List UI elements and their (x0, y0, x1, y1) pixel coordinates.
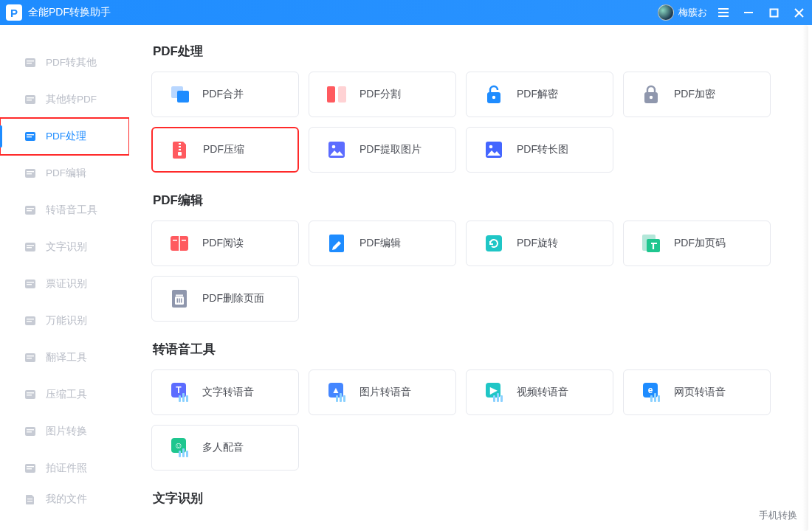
card-pdf-edit-c[interactable]: PDF编辑 (309, 221, 456, 266)
merge-icon (170, 85, 189, 104)
card-grid: PDF阅读PDF编辑PDF旋转PDF加页码PDF删除页面 (151, 221, 791, 322)
username-label[interactable]: 梅簇お (678, 6, 707, 19)
app-title: 全能PDF转换助手 (28, 6, 111, 19)
section-title: PDF编辑 (153, 192, 791, 209)
sidebar-item-other-to-pdf[interactable]: 其他转PDF (0, 81, 129, 118)
card-label: PDF加页码 (674, 237, 726, 250)
svg-rect-0 (770, 9, 777, 16)
card-grid: T文字转语音▲图片转语音▶视频转语音e网页转语音☺多人配音 (151, 369, 791, 471)
sidebar-item-ocr-text[interactable]: 文字识别 (0, 229, 129, 266)
svg-rect-57 (173, 240, 177, 241)
lock-icon (641, 85, 661, 104)
svg-rect-73 (186, 395, 188, 402)
sidebar-item-ocr-all[interactable]: 万能识别 (0, 302, 129, 339)
sidebar-item-compress[interactable]: 压缩工具 (0, 376, 129, 413)
svg-rect-49 (179, 149, 181, 150)
sidebar-item-pdf-to-other[interactable]: PDF转其他 (0, 44, 129, 81)
svg-point-54 (489, 145, 493, 149)
card-pdf-merge[interactable]: PDF合并 (151, 72, 299, 117)
sidebar-item-translate[interactable]: 翻译工具 (0, 339, 129, 376)
sidebar-icon-ocr-all (24, 315, 37, 327)
svg-rect-21 (27, 284, 32, 285)
svg-rect-67 (181, 299, 182, 303)
card-label: PDF转长图 (517, 143, 568, 156)
main-area: PDF处理PDF合并PDF分割PDF解密PDF加密PDF压缩PDF提取图片PDF… (129, 25, 812, 531)
svg-rect-12 (27, 173, 32, 174)
svg-point-44 (492, 96, 495, 99)
card-label: PDF提取图片 (359, 143, 422, 156)
svg-rect-8 (27, 134, 34, 135)
sidebar-item-pdf-process[interactable]: PDF处理 (0, 118, 129, 155)
sidebar-item-label: 万能识别 (46, 314, 87, 327)
sidebar-icon-pdf-edit (24, 167, 37, 179)
card-pdf-rotate[interactable]: PDF旋转 (466, 221, 613, 266)
sidebar-icon-img-convert (24, 426, 37, 437)
web-voice-icon: e (641, 383, 661, 402)
svg-rect-29 (27, 392, 34, 393)
read-icon (170, 234, 189, 253)
sidebar-icon-pdf-to-other (24, 57, 37, 69)
sidebar-icon-ocr-cert (24, 278, 37, 290)
rotate-icon (484, 234, 503, 253)
card-label: 网页转语音 (674, 386, 726, 399)
svg-rect-76 (336, 395, 338, 402)
svg-rect-20 (27, 282, 34, 282)
phone-convert-link[interactable]: 手机转换 (759, 509, 797, 522)
svg-rect-23 (27, 319, 34, 319)
svg-rect-56 (179, 236, 180, 251)
sidebar-item-my-files[interactable]: 我的文件 (0, 481, 129, 518)
minimize-icon[interactable] (743, 7, 754, 18)
card-img-voice[interactable]: ▲图片转语音 (309, 369, 456, 415)
svg-rect-86 (650, 395, 653, 402)
card-pdf-long-img[interactable]: PDF转长图 (466, 127, 613, 173)
card-label: 文字转语音 (202, 386, 254, 399)
card-pdf-extract-img[interactable]: PDF提取图片 (309, 127, 456, 173)
maximize-icon[interactable] (768, 7, 780, 18)
svg-rect-72 (182, 393, 185, 402)
card-label: PDF编辑 (359, 237, 401, 250)
sidebar-item-to-voice[interactable]: 转语音工具 (0, 192, 129, 229)
card-text-voice[interactable]: T文字转语音 (151, 369, 299, 415)
section-title: 文字识别 (153, 490, 791, 507)
svg-rect-87 (654, 393, 656, 402)
unlock-icon (484, 85, 503, 104)
card-pdf-read[interactable]: PDF阅读 (151, 221, 299, 266)
svg-rect-35 (27, 466, 34, 467)
sidebar-icon-ocr-text (24, 241, 37, 253)
card-video-voice[interactable]: ▶视频转语音 (466, 369, 613, 415)
multi-voice-icon: ☺ (170, 438, 189, 457)
svg-rect-38 (27, 501, 32, 502)
card-multi-voice[interactable]: ☺多人配音 (151, 425, 299, 471)
sidebar-item-ocr-cert[interactable]: 票证识别 (0, 266, 129, 302)
svg-point-46 (650, 96, 653, 99)
card-pdf-compress[interactable]: PDF压缩 (151, 127, 299, 173)
svg-rect-5 (27, 97, 34, 98)
svg-rect-42 (338, 86, 346, 103)
sidebar-icon-to-voice (24, 204, 37, 216)
svg-rect-82 (497, 393, 499, 402)
sidebar-item-white-id[interactable]: 拍证件照 (0, 450, 129, 481)
sidebar-icon-translate (24, 352, 37, 364)
svg-point-52 (332, 145, 336, 149)
delpage-icon (170, 289, 189, 308)
menu-icon[interactable] (718, 7, 729, 18)
card-pdf-pagenum[interactable]: PDF加页码 (623, 221, 771, 266)
svg-rect-78 (343, 395, 345, 402)
card-pdf-encrypt[interactable]: PDF加密 (623, 72, 771, 117)
card-web-voice[interactable]: e网页转语音 (623, 369, 771, 415)
svg-rect-66 (179, 299, 180, 303)
sidebar-icon-pdf-process (24, 131, 37, 142)
svg-rect-48 (179, 146, 181, 148)
svg-text:▲: ▲ (331, 385, 340, 395)
sidebar-item-pdf-edit[interactable]: PDF编辑 (0, 155, 129, 192)
card-pdf-split[interactable]: PDF分割 (309, 72, 456, 117)
card-pdf-delpage[interactable]: PDF删除页面 (151, 276, 299, 322)
user-avatar[interactable] (658, 4, 674, 21)
close-icon[interactable] (793, 7, 805, 18)
card-label: PDF解密 (517, 88, 558, 101)
card-pdf-decrypt[interactable]: PDF解密 (466, 72, 613, 117)
svg-rect-24 (27, 321, 32, 322)
card-label: 图片转语音 (359, 386, 411, 399)
sidebar-item-img-convert[interactable]: 图片转换 (0, 413, 129, 450)
svg-rect-3 (27, 63, 32, 63)
